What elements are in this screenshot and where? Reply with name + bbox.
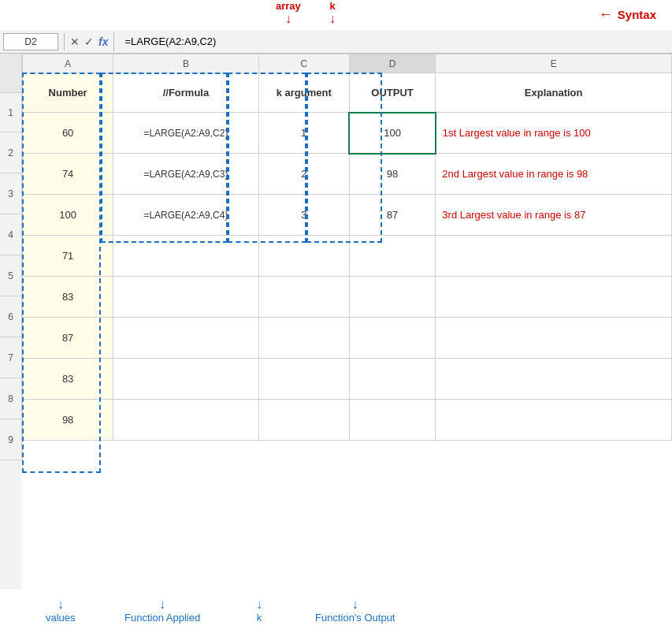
formula-bar: D2 ✕ ✓ fx =LARGE(A2:A9,C2) bbox=[0, 30, 672, 54]
cell-a8[interactable]: 83 bbox=[23, 359, 113, 400]
fx-icon[interactable]: fx bbox=[98, 35, 108, 48]
col-header-b[interactable]: B bbox=[113, 54, 258, 73]
cell-c2[interactable]: 1 bbox=[258, 113, 349, 154]
cell-d1[interactable]: OUTPUT bbox=[349, 73, 435, 113]
cell-e1[interactable]: Explanation bbox=[436, 73, 672, 113]
formula-icons: ✕ ✓ fx bbox=[70, 35, 108, 48]
row-num-7: 7 bbox=[0, 337, 22, 378]
row-num-corner bbox=[0, 54, 22, 93]
cell-c4[interactable]: 3 bbox=[258, 195, 349, 236]
col-header-a[interactable]: A bbox=[23, 54, 113, 73]
row-numbers-column: 1 2 3 4 5 6 7 8 9 bbox=[0, 54, 22, 590]
cell-a2[interactable]: 60 bbox=[23, 113, 113, 154]
bottom-annotations: ↓ values ↓ Function Applied ↓ k ↓ Functi… bbox=[0, 584, 672, 630]
table-row: 83 bbox=[23, 359, 672, 400]
cell-d6[interactable] bbox=[349, 277, 435, 318]
cell-d9[interactable] bbox=[349, 400, 435, 441]
k-bottom-label: k bbox=[256, 612, 262, 624]
cell-c5[interactable] bbox=[258, 236, 349, 277]
cell-b3[interactable]: =LARGE(A2:A9,C3) bbox=[113, 154, 258, 195]
cell-e7[interactable] bbox=[436, 318, 672, 359]
array-arrow-icon: ↓ bbox=[285, 12, 291, 26]
cell-c7[interactable] bbox=[258, 318, 349, 359]
col-header-c[interactable]: C bbox=[258, 54, 349, 73]
table-row: 87 bbox=[23, 318, 672, 359]
cell-a4[interactable]: 100 bbox=[23, 195, 113, 236]
function-applied-label: Function Applied bbox=[124, 612, 200, 624]
cell-a5[interactable]: 71 bbox=[23, 236, 113, 277]
cell-c6[interactable] bbox=[258, 277, 349, 318]
row-num-9: 9 bbox=[0, 419, 22, 460]
cell-d5[interactable] bbox=[349, 236, 435, 277]
cell-c8[interactable] bbox=[258, 359, 349, 400]
cell-e5[interactable] bbox=[436, 236, 672, 277]
cell-c1[interactable]: k argument bbox=[258, 73, 349, 113]
cell-a7[interactable]: 87 bbox=[23, 318, 113, 359]
row-num-8: 8 bbox=[0, 378, 22, 419]
table-row: Number //Formula k argument OUTPUT Expla… bbox=[23, 73, 672, 113]
syntax-label: ← Syntax bbox=[599, 6, 656, 23]
cell-e8[interactable] bbox=[436, 359, 672, 400]
function-applied-arrow-icon: ↓ bbox=[124, 598, 200, 612]
cell-e9[interactable] bbox=[436, 400, 672, 441]
formula-separator bbox=[113, 32, 114, 51]
cell-e3[interactable]: 2nd Largest value in range is 98 bbox=[436, 154, 672, 195]
k-annotation: ↓ k bbox=[256, 598, 262, 624]
cell-b6[interactable] bbox=[113, 277, 258, 318]
cell-b4[interactable]: =LARGE(A2:A9,C4) bbox=[113, 195, 258, 236]
k-label: k ↓ bbox=[329, 0, 336, 26]
cell-a6[interactable]: 83 bbox=[23, 277, 113, 318]
row-num-1: 1 bbox=[0, 93, 22, 132]
table-row: 100 =LARGE(A2:A9,C4) 3 87 3rd Largest va… bbox=[23, 195, 672, 236]
cell-d7[interactable] bbox=[349, 318, 435, 359]
values-arrow-icon: ↓ bbox=[46, 598, 76, 612]
cell-c3[interactable]: 2 bbox=[258, 154, 349, 195]
cell-a9[interactable]: 98 bbox=[23, 400, 113, 441]
cell-d2[interactable]: 100 bbox=[349, 113, 435, 154]
spreadsheet: 1 2 3 4 5 6 7 8 9 A B C D E bbox=[0, 54, 672, 590]
functions-output-label: Function's Output bbox=[315, 612, 395, 624]
formula-bar-separator bbox=[64, 33, 65, 50]
cell-reference[interactable]: D2 bbox=[3, 33, 58, 50]
top-annotations: array ↓ k ↓ ← Syntax bbox=[0, 0, 672, 30]
cell-a1[interactable]: Number bbox=[23, 73, 113, 113]
table-row: 60 =LARGE(A2:A9,C2) 1 100 1st Largest va… bbox=[23, 113, 672, 154]
main-grid: A B C D E Number //Formula k argument OU… bbox=[22, 54, 672, 441]
cell-b1[interactable]: //Formula bbox=[113, 73, 258, 113]
cell-b9[interactable] bbox=[113, 400, 258, 441]
cell-e2[interactable]: 1st Largest value in range is 100 bbox=[436, 113, 672, 154]
k-arrow-icon: ↓ bbox=[329, 12, 336, 26]
col-header-e[interactable]: E bbox=[436, 54, 672, 73]
formula-input[interactable]: =LARGE(A2:A9,C2) bbox=[120, 35, 669, 47]
row-num-5: 5 bbox=[0, 255, 22, 296]
cell-c9[interactable] bbox=[258, 400, 349, 441]
cell-b5[interactable] bbox=[113, 236, 258, 277]
values-label: values bbox=[46, 612, 76, 624]
confirm-icon[interactable]: ✓ bbox=[84, 35, 94, 48]
table-row: 74 =LARGE(A2:A9,C3) 2 98 2nd Largest val… bbox=[23, 154, 672, 195]
table-row: 98 bbox=[23, 400, 672, 441]
cancel-icon[interactable]: ✕ bbox=[70, 35, 80, 48]
column-headers-row: A B C D E bbox=[23, 54, 672, 73]
row-num-4: 4 bbox=[0, 214, 22, 255]
k-bottom-arrow-icon: ↓ bbox=[256, 598, 262, 612]
cell-d8[interactable] bbox=[349, 359, 435, 400]
cell-b8[interactable] bbox=[113, 359, 258, 400]
function-applied-annotation: ↓ Function Applied bbox=[124, 598, 200, 624]
table-row: 83 bbox=[23, 277, 672, 318]
cell-a3[interactable]: 74 bbox=[23, 154, 113, 195]
row-num-6: 6 bbox=[0, 296, 22, 337]
cell-b2[interactable]: =LARGE(A2:A9,C2) bbox=[113, 113, 258, 154]
array-label: array ↓ bbox=[276, 0, 301, 26]
cell-e6[interactable] bbox=[436, 277, 672, 318]
functions-output-arrow-icon: ↓ bbox=[315, 598, 395, 612]
row-num-3: 3 bbox=[0, 173, 22, 214]
cell-b7[interactable] bbox=[113, 318, 258, 359]
col-header-d[interactable]: D bbox=[349, 54, 435, 73]
cell-e4[interactable]: 3rd Largest value in range is 87 bbox=[436, 195, 672, 236]
syntax-arrow-icon: ← bbox=[599, 6, 613, 23]
cell-d4[interactable]: 87 bbox=[349, 195, 435, 236]
functions-output-annotation: ↓ Function's Output bbox=[315, 598, 395, 624]
cell-d3[interactable]: 98 bbox=[349, 154, 435, 195]
table-row: 71 bbox=[23, 236, 672, 277]
